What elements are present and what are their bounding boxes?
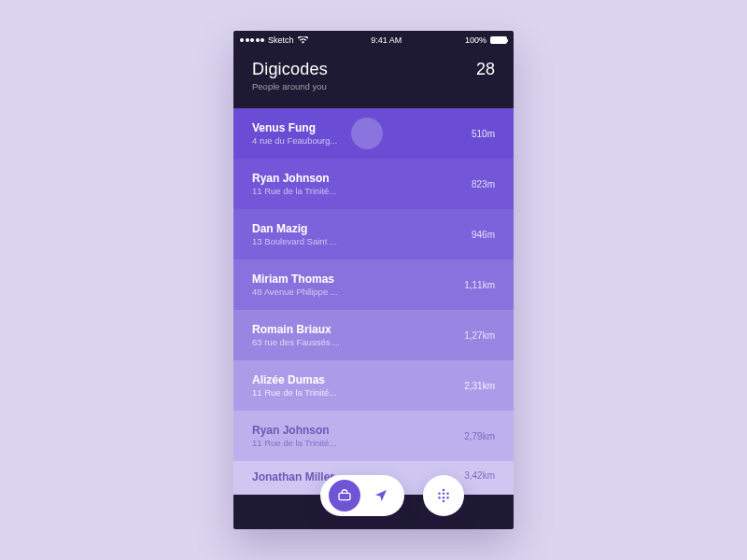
status-right: 100% bbox=[465, 35, 507, 45]
person-distance: 1,27km bbox=[464, 330, 495, 341]
person-address: 11 Rue de la Trinité... bbox=[252, 387, 336, 398]
svg-point-5 bbox=[438, 497, 441, 499]
person-distance: 2,79km bbox=[464, 431, 495, 441]
signal-dots-icon bbox=[240, 38, 264, 42]
person-name: Venus Fung bbox=[252, 121, 337, 134]
svg-point-7 bbox=[446, 497, 449, 499]
navigation-icon bbox=[374, 488, 388, 503]
person-name: Romain Briaux bbox=[252, 323, 340, 336]
person-name: Miriam Thomas bbox=[252, 273, 338, 286]
person-address: 11 Rue de la Trinité... bbox=[252, 438, 336, 448]
header-count: 28 bbox=[476, 60, 495, 79]
briefcase-icon bbox=[337, 488, 352, 503]
status-time: 9:41 AM bbox=[371, 35, 402, 45]
page-title: Digicodes bbox=[252, 60, 328, 79]
svg-point-4 bbox=[446, 492, 449, 495]
list-item[interactable]: Dan Mazig13 Boulevard Saint ...946m bbox=[233, 209, 514, 259]
person-name: Dan Mazig bbox=[252, 222, 337, 235]
person-address: 63 rue des Faussés ... bbox=[252, 337, 340, 347]
svg-rect-0 bbox=[339, 493, 350, 499]
person-address: 13 Boulevard Saint ... bbox=[252, 236, 337, 246]
battery-icon bbox=[490, 36, 507, 44]
header: Digicodes People around you 28 bbox=[233, 47, 514, 108]
list-mode-button[interactable] bbox=[329, 480, 360, 511]
person-address: 11 Rue de la Trinité... bbox=[252, 186, 336, 196]
wifi-icon bbox=[298, 36, 308, 44]
mode-toggle[interactable] bbox=[320, 475, 404, 516]
person-name: Ryan Johnson bbox=[252, 172, 336, 185]
person-address: 4 rue du Feaubourg... bbox=[252, 135, 337, 146]
list-item[interactable]: Ryan Johnson11 Rue de la Trinité...2,79k… bbox=[233, 411, 514, 461]
person-address: 48 Avenue Philippe ... bbox=[252, 287, 338, 297]
list-item[interactable]: Ryan Johnson11 Rue de la Trinité...823m bbox=[233, 159, 514, 209]
battery-percent: 100% bbox=[465, 35, 486, 45]
person-distance: 823m bbox=[472, 179, 495, 189]
phone-frame: Sketch 9:41 AM 100% Digicodes People aro… bbox=[233, 31, 514, 529]
svg-point-6 bbox=[443, 497, 445, 499]
list-item[interactable]: Alizée Dumas11 Rue de la Trinité...2,31k… bbox=[233, 360, 514, 411]
header-text: Digicodes People around you bbox=[252, 60, 328, 91]
bottom-controls bbox=[233, 475, 514, 516]
navigate-mode-button[interactable] bbox=[365, 480, 397, 511]
list-item-left: Miriam Thomas48 Avenue Philippe ... bbox=[252, 273, 338, 297]
list-item-left: Ryan Johnson11 Rue de la Trinité... bbox=[252, 172, 336, 196]
list-item[interactable]: Venus Fung4 rue du Feaubourg...510m bbox=[233, 108, 514, 159]
person-distance: 946m bbox=[472, 230, 495, 240]
person-distance: 1,11km bbox=[464, 280, 495, 290]
people-list[interactable]: Venus Fung4 rue du Feaubourg...510mRyan … bbox=[233, 108, 514, 495]
svg-point-2 bbox=[438, 492, 441, 495]
person-name: Ryan Johnson bbox=[252, 424, 336, 437]
list-item-left: Romain Briaux63 rue des Faussés ... bbox=[252, 323, 340, 347]
status-bar: Sketch 9:41 AM 100% bbox=[233, 31, 514, 47]
list-item-left: Venus Fung4 rue du Feaubourg... bbox=[252, 121, 337, 146]
list-item-left: Dan Mazig13 Boulevard Saint ... bbox=[252, 222, 337, 246]
status-left: Sketch bbox=[240, 35, 308, 45]
page-subtitle: People around you bbox=[252, 81, 328, 91]
person-name: Alizée Dumas bbox=[252, 373, 336, 386]
list-item-left: Alizée Dumas11 Rue de la Trinité... bbox=[252, 373, 336, 398]
person-distance: 2,31km bbox=[464, 381, 495, 391]
svg-point-8 bbox=[443, 500, 445, 503]
svg-point-1 bbox=[443, 489, 445, 492]
svg-point-3 bbox=[443, 492, 445, 495]
list-item[interactable]: Miriam Thomas48 Avenue Philippe ...1,11k… bbox=[233, 259, 514, 310]
carrier-label: Sketch bbox=[268, 35, 294, 45]
person-distance: 510m bbox=[472, 129, 495, 139]
list-item-left: Ryan Johnson11 Rue de la Trinité... bbox=[252, 424, 336, 448]
list-item[interactable]: Romain Briaux63 rue des Faussés ...1,27k… bbox=[233, 310, 514, 360]
keypad-button[interactable] bbox=[423, 475, 464, 516]
keypad-icon bbox=[435, 487, 452, 504]
